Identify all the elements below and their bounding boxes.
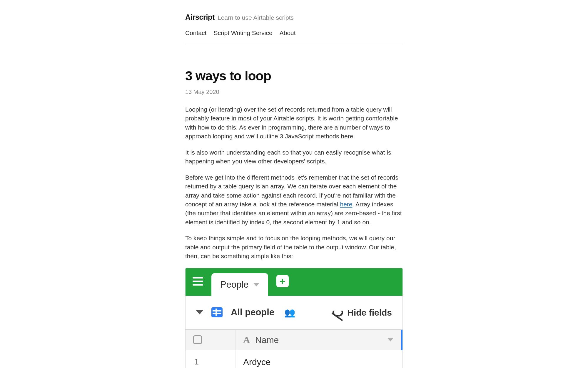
airtable-toolbar: All people 👥 Hide fields <box>186 296 402 330</box>
nav-about[interactable]: About <box>280 28 296 38</box>
post-date: 13 May 2020 <box>185 87 403 96</box>
view-name[interactable]: All people <box>231 306 274 319</box>
article: 3 ways to loop 13 May 2020 Looping (or i… <box>185 44 403 368</box>
row-number: 1 <box>186 350 235 368</box>
nav-contact[interactable]: Contact <box>185 28 206 38</box>
site-header: Airscript Learn to use Airtable scripts … <box>185 12 403 44</box>
post-title: 3 ways to loop <box>185 66 403 86</box>
paragraph-2: It is also worth understanding each so t… <box>185 148 403 166</box>
brand-line: Airscript Learn to use Airtable scripts <box>185 12 403 23</box>
hamburger-icon[interactable] <box>193 276 204 287</box>
row-value: Ardyce <box>235 355 402 368</box>
hide-fields-label: Hide fields <box>347 306 392 319</box>
column-label: Name <box>255 333 279 347</box>
site-tagline: Learn to use Airtable scripts <box>218 14 294 21</box>
chevron-down-icon <box>253 283 259 286</box>
select-all-cell[interactable] <box>186 330 235 350</box>
table-header-row: A Name <box>186 330 402 350</box>
grid-view-icon <box>211 307 223 317</box>
paragraph-1: Looping (or iterating) over the set of r… <box>185 105 403 141</box>
paragraph-4: To keep things simple and to focus on th… <box>185 234 403 261</box>
paragraph-3: Before we get into the different methods… <box>185 173 403 227</box>
nav-script-writing-service[interactable]: Script Writing Service <box>213 28 272 38</box>
airtable-tabbar: People + <box>186 268 402 296</box>
plus-icon: + <box>280 276 285 286</box>
collaborators-icon[interactable]: 👥 <box>284 306 295 319</box>
text-field-icon: A <box>243 333 250 347</box>
tab-people[interactable]: People <box>211 273 268 296</box>
tab-label: People <box>220 278 249 292</box>
eye-slash-icon <box>333 308 343 316</box>
table-row[interactable]: 1 Ardyce <box>186 350 402 368</box>
checkbox-icon <box>193 335 202 344</box>
primary-nav: Contact Script Writing Service About <box>185 28 403 38</box>
column-header-name[interactable]: A Name <box>235 330 401 350</box>
view-menu-caret-icon[interactable] <box>196 310 203 314</box>
airtable-screenshot: People + All people 👥 Hide fields <box>185 268 403 368</box>
site-brand[interactable]: Airscript <box>185 13 215 21</box>
reference-link[interactable]: here <box>340 201 352 208</box>
column-menu-caret-icon <box>387 338 393 342</box>
add-tab-button[interactable]: + <box>276 275 289 287</box>
hide-fields-button[interactable]: Hide fields <box>333 306 392 319</box>
